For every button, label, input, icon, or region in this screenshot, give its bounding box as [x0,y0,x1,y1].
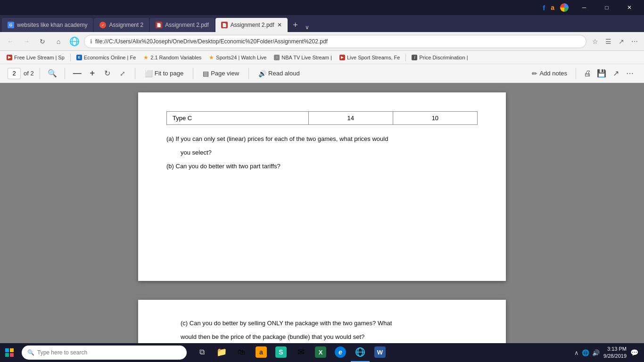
zoom-in-button[interactable]: + [86,67,99,80]
volume-icon[interactable]: 🔊 [592,349,600,356]
tab-list-button[interactable]: ∨ [303,23,312,32]
bookmark-label-sports24: Sports24 | Watch Live [216,55,266,60]
forward-button[interactable]: → [20,35,33,48]
page-view-button[interactable]: ▤ Page view [199,67,243,80]
print-button[interactable]: 🖨 [581,67,594,80]
share-button[interactable]: ↗ [616,36,627,47]
home-button[interactable]: ⌂ [52,35,65,48]
toolbar-separator-6 [576,68,576,79]
share-pdf-button[interactable]: ↗ [609,67,622,80]
tab-favicon-pdf1: 📄 [156,22,162,28]
address-right-icons: ☆ ☰ ↗ ⋯ [589,36,640,47]
toolbar-separator-3 [135,68,135,79]
facebook-icon: f [543,4,545,12]
reading-list-button[interactable]: ☰ [603,36,614,47]
page-number-input[interactable] [8,68,21,79]
table-cell-14: 14 [308,112,393,125]
taskbar-search-bar[interactable]: 🔍 [22,346,187,360]
word-app[interactable]: W [371,343,389,362]
bookmark-nba-tv[interactable]: ○ NBA TV Live Stream | [271,54,335,61]
bookmark-economics-online[interactable]: E Economics Online | Fe [74,54,139,61]
new-tab-button[interactable]: + [289,18,303,32]
read-aloud-button[interactable]: 🔊 Read aloud [255,67,304,80]
tab-khan[interactable]: G websites like khan academy [2,18,93,32]
tab-assignment2[interactable]: ✓ Assignment 2 [94,18,149,32]
window-controls: f a ─ □ ✕ [543,0,640,15]
read-aloud-icon: 🔊 [258,70,266,77]
bookmark-price-discrimination[interactable]: l Price Discrimination | [409,54,471,61]
excel-icon: X [315,346,326,358]
close-button[interactable]: ✕ [619,0,640,15]
tab-favicon-assignment2: ✓ [99,22,106,28]
tab-close-pdf2[interactable]: ✕ [277,22,282,28]
toolbar-separator-5 [248,68,249,79]
expand-button[interactable]: ⤢ [116,67,129,80]
save-button[interactable]: 💾 [595,67,608,80]
add-notes-label: Add notes [539,70,567,77]
address-input[interactable] [95,38,580,45]
page-total-label: of 2 [24,70,34,77]
bookmark-sports24[interactable]: ★ Sports24 | Watch Live [206,53,269,62]
tab-label-pdf2: Assignment 2.pdf [231,22,274,28]
bookmark-favicon-nba: ○ [274,55,280,60]
bookmark-random-variables[interactable]: ★ 2.1 Random Variables [140,53,204,62]
system-clock[interactable]: 3:13 PM 9/28/2019 [603,346,627,360]
pdf-page-2: (c) Can you do better by selling ONLY th… [138,300,506,343]
clock-time: 3:13 PM [603,346,627,353]
start-button[interactable] [0,343,19,362]
tab-pdf2[interactable]: 📄 Assignment 2.pdf ✕ [215,18,288,32]
settings-button[interactable]: ⋯ [629,36,640,47]
favorites-button[interactable]: ☆ [589,36,601,47]
taskview-icon: ⧉ [199,348,205,356]
tab-favicon-khan: G [8,22,14,28]
taskview-app[interactable]: ⧉ [192,343,211,362]
bookmark-favicon-free-live: ▶ [7,55,12,60]
taskbar-search-input[interactable] [37,349,181,356]
notification-icon[interactable]: 💬 [630,349,638,356]
bookmark-free-live-stream[interactable]: ▶ Free Live Stream | Sp [4,54,67,61]
taskbar-right: ∧ 🌐 🔊 3:13 PM 9/28/2019 💬 [574,346,644,360]
bookmark-label-rv: 2.1 Random Variables [150,55,201,60]
clock-date: 9/28/2019 [603,353,627,360]
tray-up-icon[interactable]: ∧ [574,349,579,356]
add-notes-button[interactable]: ✏ Add notes [528,67,571,80]
question-c2-text: would then be the price of the package (… [166,332,478,342]
tab-favicon-pdf2: 📄 [221,22,228,28]
toolbar-right: ✏ Add notes 🖨 💾 ↗ ⋯ [528,67,636,80]
rotate-button[interactable]: ↻ [101,67,114,80]
excel-app[interactable]: X [311,343,330,362]
ie-logo[interactable] [68,35,81,48]
more-tools-button[interactable]: ⋯ [623,67,636,80]
back-button[interactable]: ← [4,35,17,48]
files-app[interactable]: 📁 [212,343,231,362]
fit-to-page-button[interactable]: ⬜ Fit to page [141,67,187,80]
ie-app[interactable] [351,343,370,362]
search-button[interactable]: 🔍 [46,67,59,80]
address-input-wrap[interactable]: ℹ [84,35,586,48]
maximize-button[interactable]: □ [596,0,618,15]
refresh-button[interactable]: ↻ [36,35,49,48]
bookmarks-bar: ▶ Free Live Stream | Sp E Economics Onli… [0,51,644,64]
tab-label-pdf1: Assignment 2.pdf [165,22,209,28]
minimize-button[interactable]: ─ [573,0,595,15]
question-a-text: (a) If you can only set (linear) prices … [166,134,478,144]
edge-app[interactable]: e [331,343,350,362]
app-s[interactable]: S [272,343,290,362]
amazon-app[interactable]: a [252,343,271,362]
question-c-text: (c) Can you do better by selling ONLY th… [166,319,478,329]
svg-rect-4 [10,348,14,352]
bookmark-star-rv: ★ [143,54,149,61]
page-view-icon: ▤ [203,70,209,77]
bookmark-label-nba: NBA TV Live Stream | [281,55,332,60]
system-tray-icons: ∧ 🌐 🔊 [574,349,600,356]
bookmark-label-economics: Economics Online | Fe [84,55,136,60]
network-icon[interactable]: 🌐 [582,349,589,356]
zoom-out-button[interactable]: — [71,67,84,80]
store-icon: 🛍 [238,348,245,356]
mail-icon: ✉ [297,347,305,357]
bookmark-live-sport[interactable]: ▶ Live Sport Streams, Fe [337,54,403,61]
table-cell-type-c: Type C [167,112,309,125]
mail-app[interactable]: ✉ [291,343,310,362]
store-app[interactable]: 🛍 [232,343,251,362]
tab-pdf1[interactable]: 📄 Assignment 2.pdf [150,18,215,32]
